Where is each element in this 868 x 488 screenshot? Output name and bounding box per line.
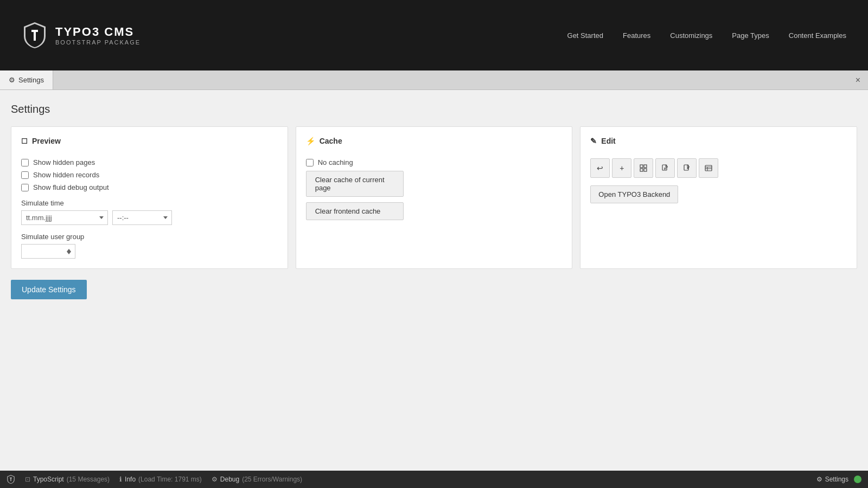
clear-cache-current-button[interactable]: Clear cache of current page <box>306 171 404 197</box>
edit-btn-add[interactable]: + <box>612 158 631 178</box>
debug-label: Debug <box>220 476 239 483</box>
clear-frontend-cache-button[interactable]: Clear frontend cache <box>306 202 404 220</box>
show-hidden-records-checkbox[interactable] <box>21 171 29 179</box>
typoscript-status[interactable]: ⊡ TypoScript (15 Messages) <box>25 476 110 483</box>
svg-rect-6 <box>705 165 712 171</box>
debug-icon: ⚙ <box>212 476 218 483</box>
gear-status-icon: ⚙ <box>816 476 822 483</box>
lightning-icon: ⚡ <box>306 137 315 145</box>
page-in-icon <box>683 164 691 172</box>
preview-panel-title: ☐ Preview <box>21 137 278 150</box>
svg-rect-1 <box>644 165 647 168</box>
status-left: ⊡ TypoScript (15 Messages) ℹ Info (Load … <box>7 474 302 484</box>
date-select[interactable]: tt.mm.jjjj <box>21 210 108 225</box>
show-fluid-debug-checkbox[interactable] <box>21 184 29 191</box>
edit-btn-grid[interactable] <box>634 158 653 178</box>
nav-features[interactable]: Features <box>623 31 650 40</box>
typo3-logo <box>22 21 48 49</box>
debug-detail: (25 Errors/Warnings) <box>242 476 302 483</box>
cache-panel-title: ⚡ Cache <box>306 137 563 150</box>
online-indicator <box>854 476 861 483</box>
info-icon: ℹ <box>119 476 122 483</box>
update-settings-button[interactable]: Update Settings <box>11 280 87 299</box>
debug-status[interactable]: ⚙ Debug (25 Errors/Warnings) <box>212 476 302 483</box>
brand-text: TYPO3 CMS BOOTSTRAP PACKAGE <box>55 25 141 46</box>
svg-rect-0 <box>640 165 643 168</box>
edit-panel: ✎ Edit ↩ + <box>580 126 857 269</box>
info-status[interactable]: ℹ Info (Load Time: 1791 ms) <box>119 476 202 483</box>
cache-panel: ⚡ Cache No caching Clear cache of curren… <box>296 126 573 269</box>
show-hidden-records-row: Show hidden records <box>21 171 278 179</box>
tab-label: Settings <box>18 76 44 84</box>
preview-panel: ☐ Preview Show hidden pages Show hidden … <box>11 126 288 269</box>
info-label: Info <box>125 476 136 483</box>
typoscript-label: TypoScript <box>33 476 64 483</box>
simulate-group-label: Simulate user group <box>21 233 278 241</box>
list-icon <box>705 164 712 172</box>
edit-panel-title: ✎ Edit <box>590 137 847 150</box>
show-hidden-pages-label: Show hidden pages <box>33 158 95 166</box>
nav-content-examples[interactable]: Content Examples <box>789 31 846 40</box>
main-nav: Get Started Features Customizings Page T… <box>567 31 846 40</box>
edit-toolbar: ↩ + <box>590 158 847 178</box>
simulate-group-select[interactable] <box>21 244 75 259</box>
status-bar: ⊡ TypoScript (15 Messages) ℹ Info (Load … <box>0 471 868 488</box>
show-hidden-records-label: Show hidden records <box>33 171 99 179</box>
open-typo3-backend-button[interactable]: Open TYPO3 Backend <box>590 185 678 203</box>
show-fluid-debug-label: Show fluid debug output <box>33 183 109 191</box>
svg-rect-3 <box>644 169 647 171</box>
settings-title: Settings <box>11 103 857 115</box>
typoscript-icon: ⊡ <box>25 476 30 483</box>
settings-panel: Settings ☐ Preview Show hidden pages Sho… <box>0 90 868 471</box>
settings-tab[interactable]: ⚙ Settings <box>0 70 53 89</box>
edit-btn-undo[interactable]: ↩ <box>590 158 610 178</box>
show-fluid-debug-row: Show fluid debug output <box>21 183 278 191</box>
date-row: tt.mm.jjjj --:-- <box>21 210 278 225</box>
edit-btn-page-out[interactable] <box>655 158 675 178</box>
info-detail: (Load Time: 1791 ms) <box>138 476 202 483</box>
brand-logo-area: TYPO3 CMS BOOTSTRAP PACKAGE <box>22 21 141 49</box>
tab-bar: ⚙ Settings × <box>0 70 868 90</box>
no-caching-row: No caching <box>306 158 563 166</box>
pencil-icon: ✎ <box>590 137 597 145</box>
gear-icon: ⚙ <box>9 76 15 84</box>
settings-status-label: Settings <box>825 476 848 483</box>
time-select[interactable]: --:-- <box>112 210 172 225</box>
no-caching-label: No caching <box>318 158 353 166</box>
edit-btn-page-in[interactable] <box>677 158 697 178</box>
settings-columns: ☐ Preview Show hidden pages Show hidden … <box>11 126 857 269</box>
simulate-time-label: Simulate time <box>21 199 278 207</box>
brand-subtitle: BOOTSTRAP PACKAGE <box>55 39 141 46</box>
typo3-logo-status <box>7 474 15 484</box>
status-right: ⚙ Settings <box>816 476 861 483</box>
nav-page-types[interactable]: Page Types <box>732 31 769 40</box>
brand-name: TYPO3 CMS <box>55 25 141 39</box>
page-out-icon <box>661 164 669 172</box>
no-caching-checkbox[interactable] <box>306 159 314 166</box>
simulate-group: Simulate user group <box>21 233 278 259</box>
typoscript-detail: (15 Messages) <box>67 476 110 483</box>
show-hidden-pages-checkbox[interactable] <box>21 159 29 166</box>
close-tab-button[interactable]: × <box>848 70 868 89</box>
show-hidden-pages-row: Show hidden pages <box>21 158 278 166</box>
monitor-icon: ☐ <box>21 137 28 145</box>
settings-status-button[interactable]: ⚙ Settings <box>816 476 848 483</box>
nav-get-started[interactable]: Get Started <box>567 31 603 40</box>
typo3-small-logo <box>7 474 15 484</box>
edit-btn-list[interactable] <box>699 158 718 178</box>
svg-rect-2 <box>640 169 643 171</box>
grid-icon <box>640 164 647 172</box>
nav-customizings[interactable]: Customizings <box>670 31 712 40</box>
top-navigation: TYPO3 CMS BOOTSTRAP PACKAGE Get Started … <box>0 0 868 70</box>
